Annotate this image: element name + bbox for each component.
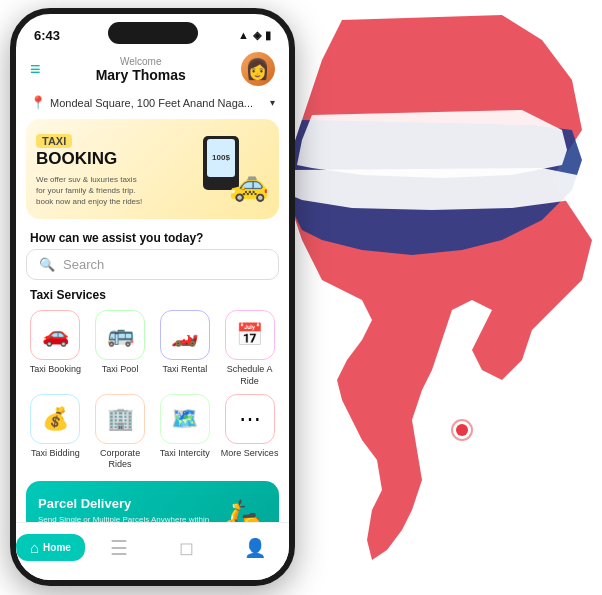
service-item-taxi-booking[interactable]: 🚗 Taxi Booking (26, 310, 85, 387)
promo-tag: TAXI (36, 134, 72, 148)
promo-text: TAXI BOOKING We offer suv & luxuries tax… (36, 131, 169, 207)
taxi-rental-icon: 🏎️ (160, 310, 210, 360)
promo-image: 100$ 🚕 (169, 132, 269, 207)
more-services-icon: ⋯ (225, 394, 275, 444)
service-item-taxi-rental[interactable]: 🏎️ Taxi Rental (156, 310, 215, 387)
service-item-taxi-pool[interactable]: 🚌 Taxi Pool (91, 310, 150, 387)
taxi-bidding-label: Taxi Bidding (31, 448, 80, 460)
schedule-ride-icon: 📅 (225, 310, 275, 360)
home-label: Home (43, 542, 71, 553)
taxi-car-icon: 🚕 (229, 165, 269, 203)
header-center: Welcome Mary Thomas (96, 56, 186, 83)
search-placeholder: Search (63, 257, 104, 272)
status-time: 6:43 (34, 28, 60, 43)
signal-icon: ▲ (238, 29, 249, 41)
corporate-rides-label: Corporate Rides (91, 448, 150, 471)
search-icon: 🔍 (39, 257, 55, 272)
taxi-booking-label: Taxi Booking (30, 364, 81, 376)
promo-banner: TAXI BOOKING We offer suv & luxuries tax… (26, 119, 279, 219)
bottom-nav: ⌂ Home ☰ ◻ 👤 (16, 522, 289, 580)
user-name: Mary Thomas (96, 67, 186, 83)
thailand-map (262, 0, 602, 595)
svg-point-0 (456, 424, 468, 436)
battery-icon: ▮ (265, 29, 271, 42)
location-pin-icon: 📍 (30, 95, 46, 110)
nav-profile[interactable]: 👤 (221, 537, 289, 559)
location-chevron-icon: ▾ (270, 97, 275, 108)
taxi-intercity-label: Taxi Intercity (160, 448, 210, 460)
service-item-schedule-ride[interactable]: 📅 Schedule A Ride (220, 310, 279, 387)
search-section-label: How can we assist you today? (16, 225, 289, 249)
more-services-label: More Services (221, 448, 279, 460)
parcel-title: Parcel Delivery (38, 496, 217, 511)
home-icon: ⌂ (30, 539, 39, 556)
service-item-taxi-intercity[interactable]: 🗺️ Taxi Intercity (156, 394, 215, 471)
corporate-rides-icon: 🏢 (95, 394, 145, 444)
taxi-pool-icon: 🚌 (95, 310, 145, 360)
nav-list[interactable]: ☰ (85, 536, 153, 560)
wifi-icon: ◈ (253, 29, 261, 42)
location-bar[interactable]: 📍 Mondeal Square, 100 Feet Anand Naga...… (16, 92, 289, 113)
promo-title: BOOKING (36, 150, 169, 169)
taxi-pool-label: Taxi Pool (102, 364, 139, 376)
profile-icon: 👤 (244, 537, 266, 559)
schedule-ride-label: Schedule A Ride (220, 364, 279, 387)
service-item-corporate-rides[interactable]: 🏢 Corporate Rides (91, 394, 150, 471)
menu-icon[interactable]: ≡ (30, 60, 41, 78)
taxi-bidding-icon: 💰 (30, 394, 80, 444)
phone-notch (108, 22, 198, 44)
status-icons: ▲ ◈ ▮ (238, 29, 271, 42)
services-grid: 🚗 Taxi Booking 🚌 Taxi Pool 🏎️ Taxi Renta… (16, 306, 289, 475)
welcome-label: Welcome (120, 56, 162, 67)
location-text: Mondeal Square, 100 Feet Anand Naga... (50, 97, 266, 109)
list-icon: ☰ (110, 536, 128, 560)
services-title: Taxi Services (16, 280, 289, 306)
service-item-more-services[interactable]: ⋯ More Services (220, 394, 279, 471)
nav-wallet[interactable]: ◻ (153, 537, 221, 559)
taxi-intercity-icon: 🗺️ (160, 394, 210, 444)
app-header: ≡ Welcome Mary Thomas 👩 (16, 50, 289, 92)
phone-frame: 6:43 ▲ ◈ ▮ ≡ Welcome Mary Thomas 👩 📍 Mon… (10, 8, 295, 586)
taxi-rental-label: Taxi Rental (163, 364, 208, 376)
promo-subtitle: We offer suv & luxuries taxis for your f… (36, 174, 146, 208)
wallet-icon: ◻ (179, 537, 194, 559)
taxi-booking-icon: 🚗 (30, 310, 80, 360)
service-item-taxi-bidding[interactable]: 💰 Taxi Bidding (26, 394, 85, 471)
search-bar[interactable]: 🔍 Search (26, 249, 279, 280)
avatar[interactable]: 👩 (241, 52, 275, 86)
nav-home[interactable]: ⌂ Home (16, 534, 85, 561)
